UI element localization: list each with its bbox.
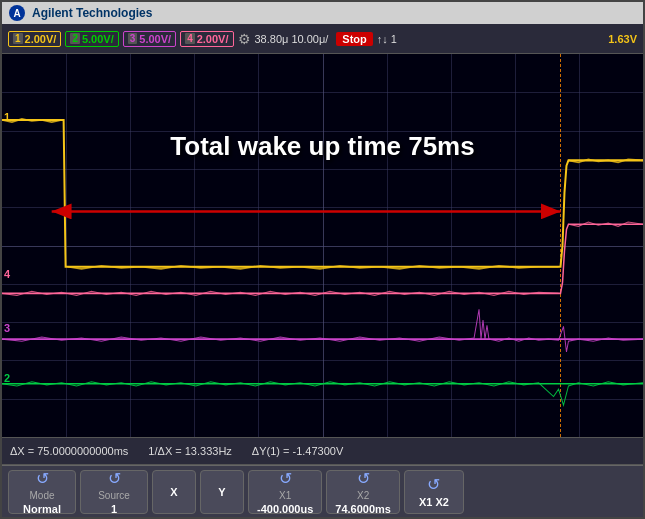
delta-x-value: ΔX = 75.0000000000ms xyxy=(10,445,128,457)
x1-button[interactable]: ↺ X1 -400.000us xyxy=(248,470,322,514)
ch1-indicator[interactable]: 1 2.00V/ xyxy=(8,31,61,47)
svg-text:A: A xyxy=(13,8,20,19)
controls-bar: ↺ Mode Normal ↺ Source 1 X Y ↺ X1 -400.0… xyxy=(2,465,643,517)
x1-value: -400.000us xyxy=(257,503,313,515)
ch1-volt: 2.00V/ xyxy=(25,33,57,45)
source-value: 1 xyxy=(111,503,117,515)
trigger-info: ↑↓ 1 xyxy=(377,33,397,45)
mode-value: Normal xyxy=(23,503,61,515)
ch4-number: 4 xyxy=(185,33,195,44)
source-button[interactable]: ↺ Source 1 xyxy=(80,470,148,514)
inv-delta-x-value: 1/ΔX = 13.333Hz xyxy=(148,445,231,457)
x2-label: X2 xyxy=(357,490,369,501)
y-button[interactable]: Y xyxy=(200,470,244,514)
x2-button[interactable]: ↺ X2 74.6000ms xyxy=(326,470,400,514)
time-div-display: 38.80μ 10.00μ/ xyxy=(255,33,329,45)
source-label: Source xyxy=(98,490,130,501)
ch4-indicator[interactable]: 4 2.00V/ xyxy=(180,31,233,47)
x-value: X xyxy=(170,486,177,498)
app-title: Agilent Technologies xyxy=(32,6,152,20)
x1-label: X1 xyxy=(279,490,291,501)
delta-y-value: ΔY(1) = -1.47300V xyxy=(252,445,343,457)
ch1-number: 1 xyxy=(13,33,23,44)
trigger-ch: 1 xyxy=(391,33,397,45)
mode-button[interactable]: ↺ Mode Normal xyxy=(8,470,76,514)
ch3-number: 3 xyxy=(128,33,138,44)
annotation-text: Total wake up time 75ms xyxy=(170,131,474,161)
sec-div: 10.00μ/ xyxy=(291,33,328,45)
x1x2-value: X1 X2 xyxy=(419,496,449,508)
waveform-display xyxy=(2,54,643,437)
x-button[interactable]: X xyxy=(152,470,196,514)
x1-icon: ↺ xyxy=(279,469,292,488)
title-bar: A Agilent Technologies xyxy=(2,2,643,24)
ch3-label: 3 xyxy=(4,322,10,334)
ch2-number: 2 xyxy=(70,33,80,44)
oscilloscope: A Agilent Technologies 1 2.00V/ 2 5.00V/… xyxy=(0,0,645,519)
ch2-indicator[interactable]: 2 5.00V/ xyxy=(65,31,118,47)
ch1-label: 1 xyxy=(4,111,10,123)
y-value: Y xyxy=(218,486,225,498)
ch3-indicator[interactable]: 3 5.00V/ xyxy=(123,31,176,47)
ch3-volt: 5.00V/ xyxy=(139,33,171,45)
ch2-volt: 5.00V/ xyxy=(82,33,114,45)
mode-icon: ↺ xyxy=(36,469,49,488)
x2-value: 74.6000ms xyxy=(335,503,391,515)
oscilloscope-screen: Total wake up time 75ms 1 4 3 2 xyxy=(2,54,643,437)
ch4-label: 4 xyxy=(4,268,10,280)
settings-icon: ⚙ xyxy=(238,31,251,47)
volt-readout: 1.63V xyxy=(608,33,637,45)
stop-button[interactable]: Stop xyxy=(336,32,372,46)
delta-y-measurement: ΔY(1) = -1.47300V xyxy=(252,445,343,457)
trigger-dir: ↑↓ xyxy=(377,33,388,45)
time-div-value: 38.80μ xyxy=(255,33,289,45)
status-bar: 1 2.00V/ 2 5.00V/ 3 5.00V/ 4 2.00V/ ⚙ 38… xyxy=(2,24,643,54)
annotation-container: Total wake up time 75ms xyxy=(170,131,474,162)
ch2-label: 2 xyxy=(4,372,10,384)
delta-x-measurement: ΔX = 75.0000000000ms xyxy=(10,445,128,457)
agilent-logo: A xyxy=(8,4,26,22)
source-icon: ↺ xyxy=(108,469,121,488)
x2-icon: ↺ xyxy=(357,469,370,488)
inv-delta-x-measurement: 1/ΔX = 13.333Hz xyxy=(148,445,231,457)
measurements-bar: ΔX = 75.0000000000ms 1/ΔX = 13.333Hz ΔY(… xyxy=(2,437,643,465)
mode-label: Mode xyxy=(29,490,54,501)
ch4-volt: 2.00V/ xyxy=(197,33,229,45)
x1x2-button[interactable]: ↺ X1 X2 xyxy=(404,470,464,514)
x1x2-icon: ↺ xyxy=(427,475,440,494)
